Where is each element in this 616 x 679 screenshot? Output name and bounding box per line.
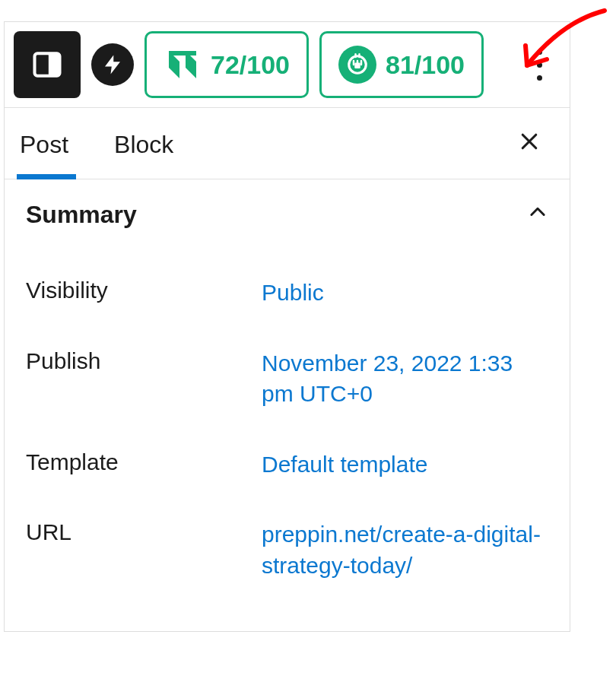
url-row: URL preppin.net/create-a-digital-strateg… <box>26 500 548 601</box>
options-menu-button[interactable] <box>529 42 550 88</box>
toolbar: 72/100 81/100 <box>5 22 570 108</box>
summary-section-toggle[interactable]: Summary <box>5 179 570 250</box>
svg-rect-2 <box>169 51 196 56</box>
bolt-icon <box>101 53 124 76</box>
readability-score-value: 81/100 <box>386 50 465 80</box>
url-value[interactable]: preppin.net/create-a-digital-strategy-to… <box>262 519 548 581</box>
sidebar-icon <box>30 48 64 81</box>
template-value[interactable]: Default template <box>262 449 427 481</box>
publish-value[interactable]: November 23, 2022 1:33 pm UTC+0 <box>262 348 548 410</box>
plugin-logo-icon[interactable] <box>91 43 134 86</box>
visibility-row: Visibility Public <box>26 258 548 328</box>
template-row: Template Default template <box>26 430 548 500</box>
kebab-dot <box>537 62 542 68</box>
readability-score-icon <box>338 46 376 84</box>
tab-block[interactable]: Block <box>114 108 196 179</box>
seo-score-value: 72/100 <box>211 50 290 80</box>
url-label: URL <box>26 519 262 545</box>
tab-post[interactable]: Post <box>20 108 91 179</box>
sidebar-toggle-button[interactable] <box>14 31 81 98</box>
publish-row: Publish November 23, 2022 1:33 pm UTC+0 <box>26 328 548 430</box>
visibility-label: Visibility <box>26 278 262 303</box>
close-icon <box>518 130 541 153</box>
summary-rows: Visibility Public Publish November 23, 2… <box>5 250 570 631</box>
seo-score-icon <box>164 46 202 84</box>
kebab-dot <box>537 49 542 55</box>
settings-panel: 72/100 81/100 Post Block <box>4 21 570 632</box>
chevron-up-icon <box>527 201 548 228</box>
template-label: Template <box>26 449 262 475</box>
visibility-value[interactable]: Public <box>262 278 324 309</box>
publish-label: Publish <box>26 348 262 374</box>
summary-title: Summary <box>26 201 137 229</box>
sidebar-tabs: Post Block <box>5 108 570 179</box>
readability-score-badge[interactable]: 81/100 <box>319 31 484 98</box>
close-sidebar-button[interactable] <box>504 122 554 165</box>
seo-score-badge[interactable]: 72/100 <box>144 31 309 98</box>
svg-rect-1 <box>49 53 60 75</box>
svg-rect-4 <box>354 63 360 69</box>
kebab-dot <box>537 75 542 81</box>
